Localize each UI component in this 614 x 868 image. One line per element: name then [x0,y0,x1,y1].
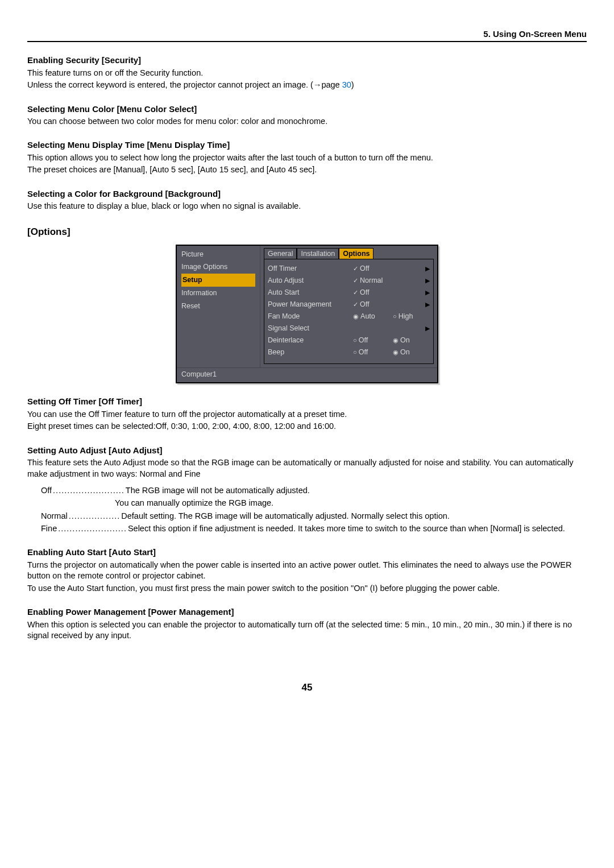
arrow-icon: ▶ [425,300,430,309]
radio-high[interactable]: High [393,312,430,321]
def-fine: Fine ........................ Select thi… [41,523,587,535]
osd-right-panel: General Installation Options Off Timer O… [260,246,437,368]
osd-menu: Picture Image Options Setup Information … [176,245,438,384]
radio-on[interactable]: On [393,348,430,357]
osd-tabs: General Installation Options [264,246,434,259]
nav-item-picture[interactable]: Picture [181,248,255,261]
tab-options[interactable]: Options [339,248,374,259]
term: Off [41,485,52,497]
leader-dots: .................. [68,511,122,522]
def-off: Off ......................... The RGB im… [41,485,587,497]
label: Auto Start [268,288,353,297]
text: You can choose between two color modes f… [27,116,587,127]
heading-options: [Options] [27,226,587,239]
row-beep[interactable]: Beep Off On [268,346,430,358]
radio-auto[interactable]: Auto [353,312,393,321]
heading-menu-color: Selecting Menu Color [Menu Color Select] [27,104,587,115]
row-signal-select[interactable]: Signal Select ▶ [268,323,430,334]
text: This feature sets the Auto Adjust mode s… [27,457,587,480]
text: Unless the correct keyword is entered, t… [27,80,342,89]
def-normal: Normal .................. Default settin… [41,511,587,522]
heading-security: Enabling Security [Security] [27,55,587,66]
chapter-header: 5. Using On-Screen Menu [27,28,587,42]
arrow-icon: ▶ [425,264,430,273]
label: Deinterlace [268,336,353,345]
heading-power-management: Enabling Power Management [Power Managem… [27,606,587,618]
text: Unless the correct keyword is entered, t… [27,80,587,91]
row-off-timer[interactable]: Off Timer Off ▶ [268,263,430,275]
definition: The RGB image will not be automatically … [126,485,587,497]
label: Fan Mode [268,312,353,321]
text: This feature turns on or off the Securit… [27,68,587,79]
definition: Select this option if fine adjustment is… [128,523,587,535]
label: Auto Adjust [268,276,353,286]
heading-auto-adjust: Setting Auto Adjust [Auto Adjust] [27,445,587,456]
heading-menu-display-time: Selecting Menu Display Time [Menu Displa… [27,139,587,151]
text: To use the Auto Start function, you must… [27,583,587,594]
nav-item-reset[interactable]: Reset [181,300,255,313]
radio-on[interactable]: On [393,336,430,345]
row-fan-mode[interactable]: Fan Mode Auto High [268,311,430,323]
value: Off [353,264,401,274]
row-auto-start[interactable]: Auto Start Off ▶ [268,287,430,299]
label: Signal Select [268,324,353,333]
definition-list: Off ......................... The RGB im… [41,485,587,534]
radio-off[interactable]: Off [353,348,393,357]
value: Off [353,300,401,309]
osd-menu-body: Picture Image Options Setup Information … [177,246,437,368]
text: Turns the projector on automatically whe… [27,560,587,582]
page-link-30[interactable]: 30 [342,80,351,89]
osd-menu-figure: Picture Image Options Setup Information … [176,245,438,384]
osd-status-bar: Computer1 [177,367,437,382]
tab-installation[interactable]: Installation [297,248,339,259]
text: You can use the Off Timer feature to tur… [27,409,587,420]
label: Beep [268,348,353,357]
text: ) [351,80,354,89]
label: Off Timer [268,264,353,274]
definition: Default setting. The RGB image will be a… [121,511,587,522]
term: Normal [41,511,68,522]
leader-dots: ......................... [52,485,126,497]
text: Use this feature to display a blue, blac… [27,201,587,212]
chapter-title: 5. Using On-Screen Menu [483,28,587,40]
value: Off [353,288,401,297]
heading-auto-start: Enabling Auto Start [Auto Start] [27,547,587,558]
osd-left-nav[interactable]: Picture Image Options Setup Information … [177,246,260,368]
page-number: 45 [27,681,587,695]
nav-item-image-options[interactable]: Image Options [181,261,255,274]
row-power-management[interactable]: Power Management Off ▶ [268,299,430,311]
arrow-icon: ▶ [425,276,430,285]
text: When this option is selected you can ena… [27,619,587,642]
label: Power Management [268,300,353,309]
osd-options-body: Off Timer Off ▶ Auto Adjust Normal ▶ Aut… [264,259,434,364]
leader-dots: ........................ [57,523,128,535]
text: The preset choices are [Manual], [Auto 5… [27,164,587,176]
text: Eight preset times can be selected:Off, … [27,421,587,432]
radio-off[interactable]: Off [353,336,393,345]
arrow-icon: ▶ [425,324,430,333]
term: Fine [41,523,57,535]
heading-off-timer: Setting Off Timer [Off Timer] [27,396,587,407]
row-auto-adjust[interactable]: Auto Adjust Normal ▶ [268,275,430,287]
nav-item-setup[interactable]: Setup [181,274,255,287]
row-deinterlace[interactable]: Deinterlace Off On [268,334,430,346]
value: Normal [353,276,401,286]
text: This option allows you to select how lon… [27,152,587,164]
heading-background: Selecting a Color for Background [Backgr… [27,188,587,200]
tab-general[interactable]: General [264,248,297,259]
arrow-icon: ▶ [425,288,430,297]
definition-cont: You can manually optimize the RGB image. [115,498,587,509]
nav-item-information[interactable]: Information [181,287,255,300]
